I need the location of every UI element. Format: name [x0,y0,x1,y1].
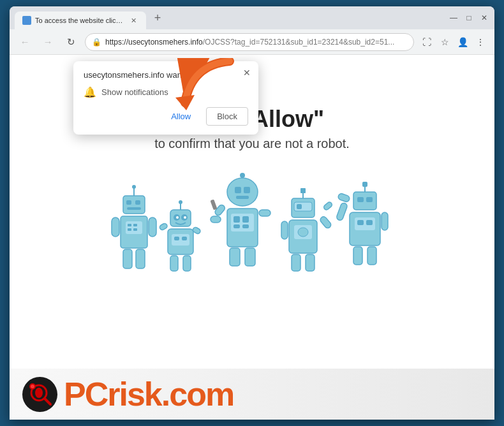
svg-point-23 [176,216,179,219]
svg-rect-77 [367,247,376,265]
svg-rect-55 [297,204,302,209]
pcrisk-pc: PC [64,376,107,413]
tab-favicon [22,16,31,25]
svg-rect-61 [323,201,333,210]
menu-icon[interactable]: ⋮ [473,34,488,50]
svg-rect-26 [172,234,189,246]
popup-close-button[interactable]: ✕ [241,66,253,79]
robots-illustration [93,170,411,298]
svg-point-83 [31,385,34,388]
svg-point-19 [179,200,182,204]
svg-rect-38 [236,196,249,199]
popup-buttons: Allow Block [84,107,248,126]
svg-rect-75 [337,193,350,203]
notification-show-text: Show notifications [101,87,168,97]
svg-point-35 [227,178,258,206]
svg-line-81 [45,399,50,404]
url-bar[interactable]: 🔒 https://usecytonsmehers.info/OJCSS?tag… [85,33,414,51]
svg-rect-9 [126,221,142,234]
screen-capture-icon[interactable]: ⛶ [419,34,434,50]
svg-rect-14 [112,217,119,237]
svg-rect-27 [174,237,179,240]
svg-rect-47 [211,216,221,223]
svg-rect-41 [233,216,240,223]
allow-button[interactable]: Allow [161,107,201,126]
svg-rect-59 [281,221,288,239]
popup-notification-row: 🔔 Show notifications [84,86,248,98]
svg-rect-5 [126,200,131,205]
url-domain: https://usecytonsmehers.info [105,38,203,47]
svg-rect-73 [336,202,348,221]
svg-rect-63 [306,254,315,271]
svg-rect-7 [127,207,141,210]
tab-title: To access the website click the " [35,17,124,24]
svg-rect-67 [357,197,364,202]
active-tab[interactable]: To access the website click the " ✕ [15,11,146,29]
svg-rect-36 [235,187,241,193]
svg-rect-68 [366,197,373,202]
svg-rect-76 [353,247,362,265]
svg-rect-13 [133,228,137,231]
lock-icon: 🔒 [92,38,101,47]
pcrisk-text-logo: PCrisk.com [64,378,233,411]
page-subheading: to confirm that you are not a robot. [154,136,350,151]
svg-point-24 [184,216,186,219]
url-text: https://usecytonsmehers.info/OJCSS?tag_i… [105,38,394,47]
svg-rect-50 [245,248,255,266]
svg-rect-72 [366,220,373,225]
svg-rect-48 [259,210,271,216]
back-button[interactable]: ← [16,33,34,51]
svg-rect-11 [133,224,137,226]
window-controls: — □ ✕ [448,13,489,23]
svg-rect-15 [149,217,156,237]
svg-rect-66 [353,192,376,210]
minimize-button[interactable]: — [448,13,459,23]
forward-button[interactable]: → [39,33,57,51]
svg-rect-16 [123,249,132,268]
pcrisk-risk: risk [107,376,161,413]
svg-rect-49 [230,248,240,266]
svg-rect-12 [128,228,131,231]
popup-title: usecytonsmehers.info wants to [84,70,248,80]
svg-rect-46 [210,199,217,210]
refresh-button[interactable]: ↻ [62,33,80,51]
title-bar: To access the website click the " ✕ + — … [10,6,494,29]
svg-point-34 [240,173,245,178]
bell-icon: 🔔 [84,86,96,98]
bookmark-icon[interactable]: ☆ [437,34,452,50]
svg-rect-10 [128,224,131,226]
svg-point-3 [132,185,136,189]
svg-rect-71 [357,220,364,225]
maximize-button[interactable]: □ [464,13,474,23]
svg-rect-65 [362,182,367,187]
svg-rect-28 [182,237,187,240]
svg-rect-4 [123,196,145,214]
svg-rect-74 [382,212,388,230]
page-content: ✕ usecytonsmehers.info wants to 🔔 Show n… [10,55,494,420]
browser-window: To access the website click the " ✕ + — … [10,6,494,420]
notification-popup: ✕ usecytonsmehers.info wants to 🔔 Show n… [73,61,258,135]
svg-rect-31 [170,256,178,271]
robots-svg [93,170,411,298]
pcrisk-bar: PCrisk.com [10,369,494,420]
profile-icon[interactable]: 👤 [455,34,470,50]
svg-rect-60 [319,216,332,230]
svg-rect-29 [159,223,168,231]
tab-close-button[interactable]: ✕ [128,15,138,26]
close-button[interactable]: ✕ [479,13,489,23]
pcrisk-icon-svg [27,381,53,407]
pcrisk-logo-icon [22,377,57,412]
pcrisk-com: .com [161,376,233,413]
svg-rect-37 [244,187,250,193]
svg-rect-6 [135,200,140,205]
svg-point-80 [37,388,41,392]
block-button[interactable]: Block [206,107,248,126]
url-path: /OJCSS?tag_id=752131&sub_id1=23214&sub_i… [203,38,395,47]
svg-rect-43 [233,224,240,228]
svg-rect-32 [183,256,191,271]
address-bar: ← → ↻ 🔒 https://usecytonsmehers.info/OJC… [10,29,494,55]
svg-rect-17 [136,249,145,268]
svg-rect-62 [292,254,300,271]
new-tab-button[interactable]: + [149,9,167,27]
svg-rect-52 [300,188,306,193]
